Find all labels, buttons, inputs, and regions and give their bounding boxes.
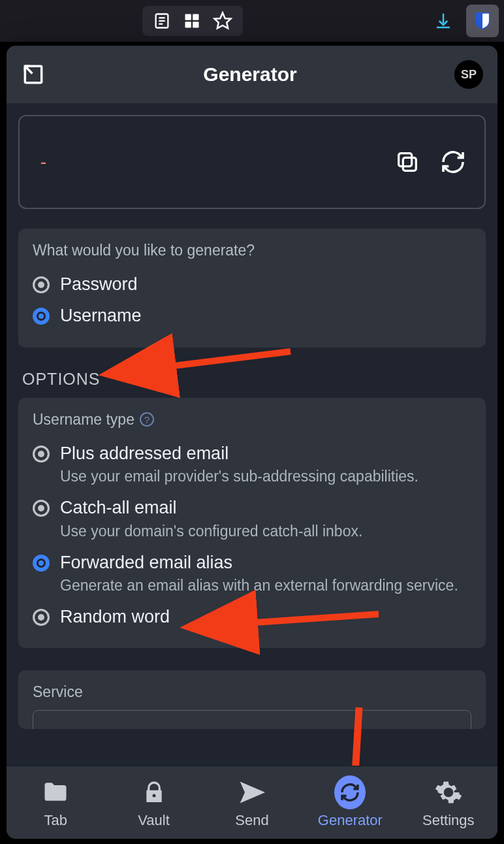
copy-icon[interactable] xyxy=(394,149,420,175)
popout-icon[interactable] xyxy=(21,62,46,87)
folder-icon xyxy=(40,777,71,808)
username-type-label: Username type ? xyxy=(33,411,471,429)
radio-plus-addressed[interactable]: Plus addressed email Use your email prov… xyxy=(33,438,471,492)
svg-rect-7 xyxy=(193,22,198,27)
gear-icon xyxy=(433,777,464,808)
svg-line-12 xyxy=(163,351,291,367)
page-title: Generator xyxy=(203,63,296,86)
service-select[interactable] xyxy=(33,710,471,729)
radio-indicator xyxy=(33,500,50,517)
bottom-tabbar: Tab Vault Send xyxy=(7,766,497,839)
generated-value-card: - xyxy=(18,115,486,209)
grid-icon[interactable] xyxy=(183,12,201,30)
lock-icon xyxy=(138,777,170,808)
radio-indicator xyxy=(33,276,50,293)
tab-tab[interactable]: Tab xyxy=(10,777,101,829)
popup-header: Generator SP xyxy=(7,46,497,103)
svg-point-15 xyxy=(152,794,155,797)
service-panel: Service xyxy=(18,670,486,729)
service-label: Service xyxy=(33,683,471,701)
popup-body: - What xyxy=(7,103,497,766)
star-icon[interactable] xyxy=(213,11,232,31)
browser-icon-group xyxy=(142,6,243,36)
generate-type-question: What would you like to generate? xyxy=(33,242,471,259)
radio-indicator xyxy=(33,446,50,463)
generate-type-panel: What would you like to generate? Passwor… xyxy=(18,229,486,348)
account-avatar[interactable]: SP xyxy=(454,60,483,89)
tab-vault[interactable]: Vault xyxy=(108,777,200,829)
regenerate-icon[interactable] xyxy=(440,149,466,175)
radio-username[interactable]: Username xyxy=(33,300,471,331)
svg-marker-8 xyxy=(215,13,231,29)
svg-rect-5 xyxy=(193,14,198,20)
help-icon[interactable]: ? xyxy=(140,412,154,427)
options-heading: OPTIONS xyxy=(22,370,486,389)
svg-rect-4 xyxy=(185,14,191,20)
browser-toolbar xyxy=(0,0,504,42)
bitwarden-extension-icon[interactable] xyxy=(466,5,499,37)
username-type-panel: Username type ? Plus addressed email Use… xyxy=(18,398,486,649)
svg-rect-10 xyxy=(403,157,416,170)
radio-indicator xyxy=(33,308,50,325)
send-icon xyxy=(236,777,268,808)
radio-forwarded-alias[interactable]: Forwarded email alias Generate an email … xyxy=(33,547,471,601)
radio-random-word[interactable]: Random word xyxy=(33,601,471,632)
tab-send[interactable]: Send xyxy=(206,777,298,829)
reader-icon[interactable] xyxy=(153,12,171,30)
tab-generator[interactable]: Generator xyxy=(304,777,396,829)
radio-indicator xyxy=(33,609,50,626)
generated-value: - xyxy=(38,152,394,173)
download-icon[interactable] xyxy=(427,5,460,37)
tab-settings[interactable]: Settings xyxy=(403,777,494,829)
radio-catch-all[interactable]: Catch-all email Use your domain's config… xyxy=(33,492,471,546)
radio-indicator xyxy=(33,555,50,572)
refresh-icon xyxy=(334,777,366,808)
svg-rect-6 xyxy=(185,22,191,27)
svg-rect-11 xyxy=(399,154,412,167)
radio-password[interactable]: Password xyxy=(33,268,471,300)
extension-popup: Generator SP - xyxy=(7,46,497,839)
